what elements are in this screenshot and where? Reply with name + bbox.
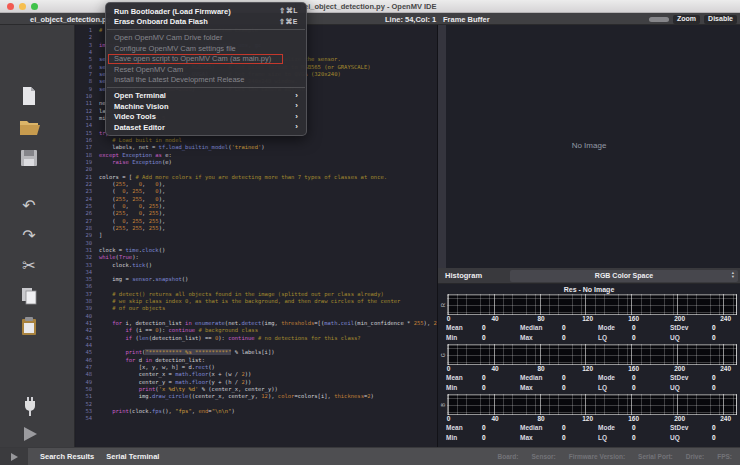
frame-buffer-zoom-slider[interactable] [649,17,669,22]
stat-value: 0 [712,383,740,392]
code-line: # we skip class index 0, as that is the … [95,298,437,305]
line-number: 21 [76,174,95,181]
zoom-button[interactable]: Zoom [673,15,700,24]
stat-value: 0 [632,373,670,382]
stat-label: Median [520,423,562,432]
save-file-icon[interactable] [16,145,42,171]
toolbar-sidebar: ↶↷✂ [0,25,75,447]
line-number: 14 [76,122,95,129]
code-line: labels, net = tf.load_builtin_model('tra… [95,144,437,151]
code-line [95,283,437,290]
stat-label: StDev [670,373,712,382]
line-number: 27 [76,218,95,225]
menu-item-machine-vision[interactable]: Machine Vision› [106,101,306,111]
bottom-tab-serial-terminal[interactable]: Serial Terminal [106,452,159,461]
line-number: 39 [76,305,95,312]
menu-item-erase-onboard-data-flash[interactable]: Erase Onboard Data Flash⇧⌘E [106,16,306,26]
code-line: (255, 0, 0), [95,181,437,188]
output-pane-toggle[interactable] [0,448,28,465]
editor-tab[interactable]: ei_object_detection.py [30,15,111,24]
code-line: img.draw_circle((center_x, center_y, 12)… [95,393,437,400]
status-label-drive: Drive: [686,453,704,460]
undo-icon[interactable]: ↶ [16,193,42,219]
stat-value: 0 [482,383,520,392]
line-number-gutter: 1234567891011121314151617181920212223242… [76,25,95,447]
redo-icon[interactable]: ↷ [16,223,42,249]
colorspace-select[interactable]: RGB Color Space ▴▾ [510,270,738,282]
line-number: 10 [76,93,95,100]
line-number: 37 [76,291,95,298]
new-file-icon[interactable] [16,83,42,109]
submenu-arrow-icon: › [295,113,298,121]
code-line: ] [95,232,437,239]
close-window-button[interactable] [7,3,14,10]
code-line: if (len(detection_list) == 0): continue … [95,335,437,342]
code-line [95,240,437,247]
code-line [95,269,437,276]
stat-value: 0 [482,433,520,442]
stat-value: 0 [712,323,740,332]
code-line: clock.tick() [95,262,437,269]
line-number: 48 [76,371,95,378]
submenu-arrow-icon: › [295,92,298,100]
stat-value: 0 [712,433,740,442]
stat-value: 0 [482,323,520,332]
cut-icon[interactable]: ✂ [16,253,42,279]
paste-icon[interactable] [16,313,42,339]
menu-item-reset-openmv-cam: Reset OpenMV Cam [106,64,306,74]
line-number: 45 [76,349,95,356]
axis-ticks: 04080120160200240 [448,365,740,373]
stat-value: 0 [562,433,598,442]
stat-label: UQ [670,333,712,342]
stat-value: 0 [562,323,598,332]
line-number: 12 [76,108,95,115]
code-line [95,415,437,422]
line-number: 42 [76,327,95,334]
minimize-window-button[interactable] [19,3,26,10]
zoom-window-button[interactable] [31,3,38,10]
code-line: # of our objects [95,305,437,312]
menu-item-run-bootloader-load-firmware[interactable]: Run Bootloader (Load Firmware)⇧⌘L [106,6,306,16]
channel-label: B [440,400,446,409]
channel-stats: Mean0Median0Mode0StDev0Min0Max0LQ0UQ0 [438,323,740,342]
code-line: except Exception as e: [95,152,437,159]
code-line: if (i == 0): continue # background class [95,327,437,334]
open-file-icon[interactable] [16,114,42,140]
code-line: while(True): [95,254,437,261]
stat-label: Median [520,323,562,332]
menu-item-dataset-editor[interactable]: Dataset Editor› [106,122,306,132]
stat-value: 0 [712,373,740,382]
status-label-board: Board: [498,453,519,460]
disable-button[interactable]: Disable [704,15,737,24]
menu-item-video-tools[interactable]: Video Tools› [106,112,306,122]
copy-icon[interactable] [16,283,42,309]
stat-label: Max [520,333,562,342]
menu-separator [107,29,305,30]
start-script-icon[interactable] [16,421,42,447]
resolution-label: Res - No Image [438,284,740,294]
stat-label: LQ [598,433,632,442]
connect-icon[interactable] [16,393,42,419]
menu-shortcut: ⇧⌘L [279,7,298,15]
code-line: colors = [ # Add more colors if you are … [95,174,437,181]
stat-value: 0 [562,373,598,382]
code-line: [x, y, w, h] = d.rect() [95,364,437,371]
stat-label: StDev [670,423,712,432]
stat-value: 0 [482,373,520,382]
menu-item-configure-openmv-cam-settings-file: Configure OpenMV Cam settings file [106,43,306,53]
line-number: 8 [76,78,95,85]
tools-dropdown-menu: Run Bootloader (Load Firmware)⇧⌘LErase O… [105,2,307,136]
code-line: clock = time.clock() [95,247,437,254]
status-label-sensor: Sensor: [532,453,556,460]
stat-label: LQ [598,383,632,392]
menu-item-open-terminal[interactable]: Open Terminal› [106,91,306,101]
line-number: 19 [76,159,95,166]
line-number: 33 [76,262,95,269]
bottom-tab-search-results[interactable]: Search Results [40,452,94,461]
line-number: 28 [76,225,95,232]
stat-value: 0 [482,423,520,432]
line-number: 23 [76,188,95,195]
line-number: 5 [76,56,95,63]
stat-label: Median [520,373,562,382]
histogram-channel-g: G04080120160200240Mean0Median0Mode0StDev… [438,344,740,392]
